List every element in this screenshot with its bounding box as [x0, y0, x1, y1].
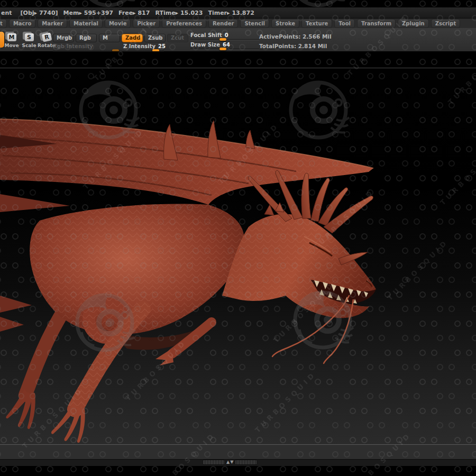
- move-icon: M: [7, 33, 16, 41]
- down-arrow-icon[interactable]: ▼: [230, 460, 233, 464]
- menu-stencil[interactable]: Stencil: [240, 19, 269, 28]
- menu-zplugin[interactable]: Zplugin: [398, 19, 429, 28]
- rgb-button[interactable]: Rgb: [76, 34, 97, 42]
- menu-preferences[interactable]: Preferences: [162, 19, 206, 28]
- scrollbar-track-right[interactable]: [235, 460, 257, 465]
- menu-render[interactable]: Render: [208, 19, 238, 28]
- tray-scrollbar[interactable]: ▲ ▼: [203, 460, 257, 464]
- active-points-stat: ActivePoints: 2.566 Mil: [259, 33, 332, 40]
- m-button[interactable]: M: [99, 34, 120, 42]
- session-stats: [Obj▸ 7740] Mem▸ 595+397 Free▸ 817 RTime…: [21, 10, 254, 16]
- document-canvas[interactable]: [0, 68, 476, 444]
- stat-timer: Timer▸ 13.872: [208, 10, 254, 16]
- stat-obj: [Obj▸ 7740]: [21, 10, 58, 16]
- total-points-stat: TotalPoints: 2.814 Mil: [259, 43, 327, 49]
- rotate-icon: R: [41, 32, 52, 42]
- zsub-button[interactable]: Zsub: [144, 34, 166, 42]
- document-margin: [0, 51, 476, 68]
- document-title-clipped: ent: [1, 10, 12, 16]
- menu-transform[interactable]: Transform: [357, 19, 396, 28]
- move-tool-button[interactable]: M Move: [2, 33, 21, 48]
- top-black-strip: [0, 0, 476, 7]
- mrgb-button[interactable]: Mrgb: [53, 34, 74, 42]
- scale-icon: S: [25, 33, 34, 41]
- menu-marker[interactable]: Marker: [38, 19, 67, 28]
- scale-tool-button[interactable]: S Scale: [20, 33, 39, 48]
- rgb-intensity-slider[interactable]: Rgb Intensity: [53, 43, 123, 51]
- bottom-shelf: [0, 445, 476, 459]
- stat-mem: Mem▸ 595+397: [63, 10, 113, 16]
- menu-movie[interactable]: Movie: [105, 19, 131, 28]
- stat-free: Free▸ 817: [118, 10, 150, 16]
- menu-light-clipped[interactable]: ht: [0, 19, 7, 28]
- menu-tool[interactable]: Tool: [334, 19, 355, 28]
- menu-picker[interactable]: Picker: [133, 19, 160, 28]
- z-intensity-slider[interactable]: Z Intensity25: [123, 43, 164, 51]
- up-arrow-icon[interactable]: ▲: [226, 460, 230, 464]
- menu-macro[interactable]: Macro: [9, 19, 35, 28]
- dragon-model: [0, 68, 476, 444]
- focal-shift-handle[interactable]: [219, 38, 226, 41]
- zcut-button[interactable]: Zcut: [167, 34, 188, 42]
- draw-size-handle[interactable]: [219, 48, 226, 50]
- tray-toggle[interactable]: ▲ ▼: [226, 460, 233, 464]
- focal-shift-slider[interactable]: Focal Shift0: [190, 32, 259, 40]
- draw-size-slider[interactable]: Draw Size64: [190, 42, 259, 49]
- zadd-button[interactable]: Zadd: [122, 34, 143, 42]
- menu-texture[interactable]: Texture: [301, 19, 332, 28]
- stat-rtime: RTime▸ 15.023: [155, 10, 203, 16]
- bottom-black-strip: [0, 466, 476, 476]
- menu-zscript[interactable]: Zscript: [431, 19, 460, 28]
- menu-bar: ht Macro Marker Material Movie Picker Pr…: [0, 19, 476, 28]
- title-bar: ent [Obj▸ 7740] Mem▸ 595+397 Free▸ 817 R…: [0, 7, 476, 19]
- zbrush-window: ent [Obj▸ 7740] Mem▸ 595+397 Free▸ 817 R…: [0, 0, 476, 476]
- scrollbar-track-left[interactable]: [203, 460, 225, 465]
- top-shelf-toolbar: M Move S Scale R Rotate Mrgb Rgb M Zadd …: [0, 28, 476, 53]
- menu-material[interactable]: Material: [69, 19, 103, 28]
- menu-stroke[interactable]: Stroke: [271, 19, 299, 28]
